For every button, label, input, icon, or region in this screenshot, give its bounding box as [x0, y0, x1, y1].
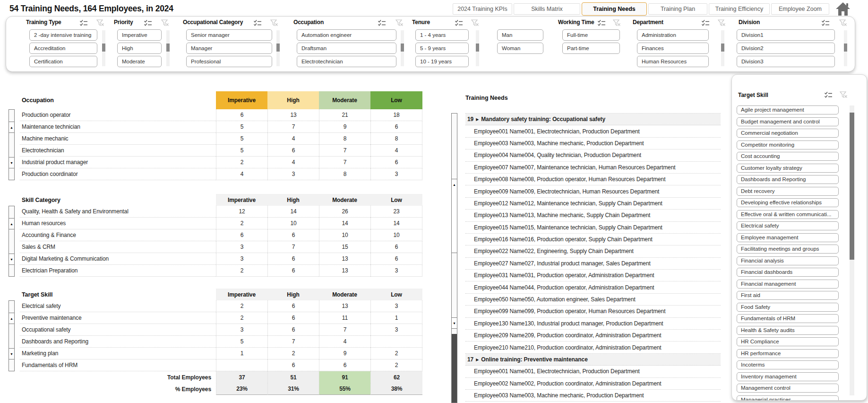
employee-row[interactable]: Employee210 Name210, Production coordina… [465, 342, 721, 353]
skill-category-table-scrollbar[interactable]: ▲▼ [9, 206, 15, 277]
employee-row[interactable]: Employee050 Name050, Automation engineer… [465, 294, 721, 306]
slicer-item-division[interactable]: Division3 [737, 56, 835, 67]
slicer-scrollbar[interactable] [721, 30, 724, 66]
employee-row[interactable]: Employee002 Name002, Production coordina… [465, 378, 721, 390]
scroll-up-button[interactable]: ▲ [9, 122, 14, 133]
target-skill-item[interactable]: Employee management [737, 233, 839, 242]
employee-row[interactable]: Employee001 Name001, Electrotechnician, … [465, 125, 721, 137]
slicer-item-priority[interactable]: Moderate [117, 56, 162, 67]
target-skill-item[interactable]: Cost accounting [737, 152, 839, 161]
slicer-scrollbar[interactable] [102, 30, 105, 66]
multi-select-icon[interactable] [597, 19, 606, 27]
scroll-down-button[interactable]: ▼ [9, 254, 14, 265]
tab-employee-zoom[interactable]: Employee Zoom [771, 3, 829, 15]
slicer-item-occupation[interactable]: Draftsman [297, 43, 396, 54]
training-needs-scrollbar[interactable]: ▲▼ [451, 113, 457, 403]
slicer-item-occupational-category[interactable]: Senior manager [186, 29, 272, 41]
employee-row[interactable]: Employee012 Name012, Maintenance technic… [465, 198, 721, 210]
multi-select-icon[interactable] [455, 19, 463, 27]
scrollbar-thumb[interactable] [850, 113, 854, 260]
multi-select-icon[interactable] [378, 19, 386, 27]
slicer-item-occupation[interactable]: Electrotechnician [297, 56, 396, 67]
slicer-item-tenure[interactable]: 5 - 9 years [415, 43, 469, 54]
target-skill-item[interactable]: Competitor monitoring [737, 140, 839, 149]
slicer-item-tenure[interactable]: 10 - 19 years [415, 56, 469, 67]
employee-row[interactable]: Employee015 Name015, Maintenance technic… [465, 222, 721, 234]
slicer-item-training-type[interactable]: Certification [29, 56, 97, 67]
clear-filter-icon[interactable] [840, 91, 848, 99]
scroll-up-button[interactable]: ▲ [9, 313, 14, 324]
slicer-item-working-time[interactable]: Full-time [562, 29, 620, 41]
training-group-header[interactable]: 17▶Online training: Preventive maintenan… [465, 354, 721, 366]
scroll-down-button[interactable]: ▼ [9, 348, 14, 359]
scrollbar-thumb[interactable] [476, 44, 479, 52]
slicer-item-department[interactable]: Finances [637, 43, 709, 54]
clear-filter-icon[interactable] [613, 19, 621, 27]
slicer-item-priority[interactable]: High [117, 43, 162, 54]
target-skill-item[interactable]: Food Safety [737, 303, 839, 312]
scrollbar-thumb[interactable] [452, 187, 457, 253]
scrollbar-thumb[interactable] [844, 44, 847, 52]
training-group-header[interactable]: 19▶Mandatory safety training: Occupation… [465, 114, 721, 125]
employee-row[interactable]: Employee003 Name003, Machine mechanic, P… [465, 390, 721, 402]
target-skill-item[interactable]: Financial analysis [737, 256, 839, 265]
slicer-item-department[interactable]: Human Resources [637, 56, 709, 67]
slicer-item-working-time[interactable]: Part-time [562, 43, 620, 54]
multi-select-icon[interactable] [824, 91, 833, 99]
multi-select-icon[interactable] [253, 19, 262, 27]
employee-row[interactable]: Employee009 Name009, Electrotechnician, … [465, 185, 721, 197]
scrollbar-thumb[interactable] [721, 44, 724, 52]
employee-row[interactable]: Employee022 Name022, Engineering, Supply… [465, 245, 721, 257]
scrollbar-thumb[interactable] [401, 44, 404, 52]
target-skill-item[interactable]: HR Compliance [737, 337, 839, 346]
tab-skills-matrix[interactable]: Skills Matrix [514, 3, 580, 15]
employee-row[interactable]: Employee008 Name008, Production operator… [465, 174, 721, 185]
scroll-up-button[interactable]: ▲ [9, 218, 14, 229]
target-skill-item[interactable]: Dashboards and Reporting [737, 175, 839, 184]
slicer-item-priority[interactable]: Imperative [117, 29, 162, 41]
slicer-item-department[interactable]: Administration [637, 29, 709, 41]
target-skill-item[interactable]: Financial dashboards [737, 268, 839, 277]
slicer-scrollbar[interactable] [166, 30, 170, 66]
slicer-item-occupation[interactable]: Automation engineer [297, 29, 396, 41]
scroll-down-button[interactable]: ▼ [452, 317, 457, 329]
employee-row[interactable]: Employee001 Name001, Electrotechnician, … [465, 366, 721, 377]
occupation-table-scrollbar[interactable]: ▲▼ [9, 109, 15, 180]
home-icon[interactable] [835, 2, 851, 16]
slicer-item-training-type[interactable]: Accreditation [29, 43, 97, 54]
tab-2024-training-kpis[interactable]: 2024 Training KPIs [453, 3, 512, 15]
employee-row[interactable]: Employee027 Name027, Industrial product … [465, 258, 721, 270]
clear-filter-icon[interactable] [161, 19, 170, 27]
clear-filter-icon[interactable] [96, 19, 105, 27]
slicer-item-training-type[interactable]: 2 -day intensive training [29, 29, 97, 41]
multi-select-icon[interactable] [79, 19, 88, 27]
slicer-item-occupational-category[interactable]: Manager [186, 43, 272, 54]
slicer-scrollbar[interactable] [401, 30, 404, 66]
scroll-down-button[interactable]: ▼ [9, 157, 14, 168]
target-skill-item[interactable]: Customer loyalty strategy [737, 164, 839, 173]
slicer-item-occupational-category[interactable]: Professional [186, 56, 272, 67]
employee-row[interactable]: Employee003 Name003, Machine mechanic, P… [465, 138, 721, 149]
clear-filter-icon[interactable] [718, 19, 726, 27]
tab-training-needs[interactable]: Training Needs [582, 2, 647, 16]
multi-select-icon[interactable] [821, 19, 830, 27]
target-skill-item[interactable]: Management control [737, 384, 839, 393]
target-skill-item[interactable]: Developing effective relationships [737, 198, 839, 207]
slicer-item-division[interactable]: Division1 [737, 29, 835, 41]
target-skill-item[interactable]: Agile project management [737, 105, 839, 114]
target-skill-item[interactable]: Budget management and control [737, 117, 839, 126]
clear-filter-icon[interactable] [471, 19, 480, 27]
employee-row[interactable]: Employee016 Name016, Production operator… [465, 234, 721, 245]
target-skill-scrollbar[interactable] [850, 105, 854, 395]
employee-row[interactable]: Employee099 Name099, Production operator… [465, 306, 721, 317]
target-skill-item[interactable]: Inventory management [737, 372, 839, 381]
employee-row[interactable]: Employee209 Name209, Production coordina… [465, 330, 721, 342]
target-skill-item[interactable]: HR performance [737, 349, 839, 358]
target-skill-item[interactable]: Effective oral & written communicati... [737, 210, 839, 219]
slicer-scrollbar[interactable] [476, 30, 479, 66]
clear-filter-icon[interactable] [395, 19, 404, 27]
employee-row[interactable]: Employee007 Name007, Maintenance technic… [465, 162, 721, 174]
target-skill-table-scrollbar[interactable]: ▲▼ [9, 300, 15, 371]
employee-row[interactable]: Employee044 Name044, Production operator… [465, 281, 721, 293]
employee-row[interactable]: Employee031 Name031, Production operator… [465, 270, 721, 281]
